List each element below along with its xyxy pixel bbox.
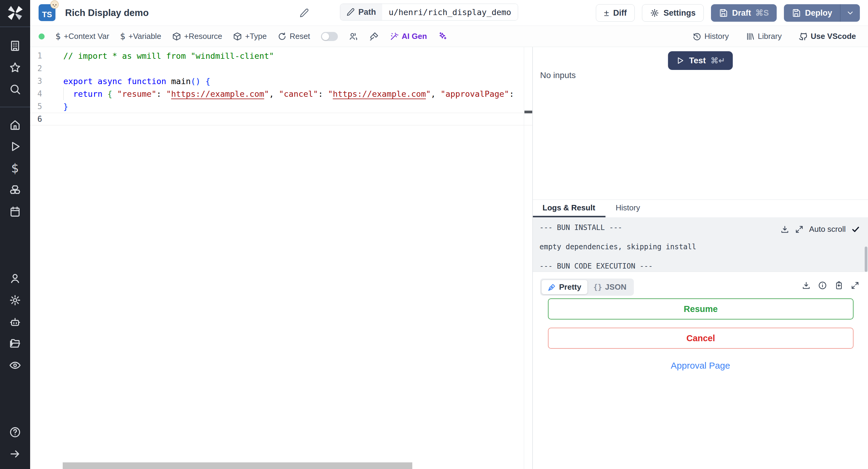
- diff-button[interactable]: ± Diff: [596, 4, 635, 22]
- sidebar-item-resources[interactable]: [0, 179, 30, 201]
- code-line: 3export async function main() {: [30, 75, 532, 87]
- code-token: "resume": [117, 89, 156, 99]
- approval-page-link[interactable]: Approval Page: [533, 361, 868, 371]
- code-text: export async function main() {: [63, 76, 210, 86]
- path-selector[interactable]: Path u/henri/rich_display_demo: [340, 4, 518, 21]
- sidebar-item-user[interactable]: [0, 268, 30, 289]
- clipboard-copy-icon[interactable]: [834, 281, 843, 290]
- editor-toolbar: $ +Context Var $ +Variable +Resource +Ty…: [30, 26, 868, 47]
- sidebar-item-audit[interactable]: [0, 354, 30, 376]
- logs-panel: --- BUN INSTALL --- empty dependencies, …: [533, 217, 868, 272]
- autoscroll-label: Auto scroll: [809, 224, 846, 234]
- code-editor[interactable]: 1// import * as wmill from "windmill-cli…: [30, 47, 532, 469]
- code-token: ,: [431, 89, 441, 99]
- format-code-brush-icon[interactable]: [369, 32, 379, 41]
- line-number: 2: [30, 64, 63, 73]
- sidebar-item-favorites[interactable]: [0, 57, 30, 79]
- line-number: 1: [30, 51, 63, 60]
- history-button[interactable]: History: [692, 32, 729, 41]
- draft-shortcut: ⌘S: [755, 8, 769, 18]
- sidebar-item-settings[interactable]: [0, 289, 30, 311]
- json-toggle[interactable]: {} JSON: [587, 280, 632, 294]
- draft-button[interactable]: Draft ⌘S: [711, 4, 777, 22]
- sidebar-item-search[interactable]: [0, 79, 30, 100]
- use-vscode-button[interactable]: Use VScode: [799, 32, 856, 41]
- ai-gen-button[interactable]: AI Gen: [390, 32, 427, 41]
- code-token: }: [63, 102, 68, 111]
- add-context-var-button[interactable]: $ +Context Var: [56, 31, 109, 41]
- code-token: function: [127, 76, 166, 86]
- header: TS Rich Display demo Path u/henri/rich_d…: [30, 0, 868, 26]
- windmill-app: $: [0, 0, 868, 469]
- code-token: :: [156, 89, 166, 99]
- editor-horizontal-scrollbar[interactable]: [63, 462, 412, 469]
- library-button[interactable]: Library: [746, 32, 781, 41]
- add-type-button[interactable]: +Type: [233, 32, 267, 41]
- sidebar-item-variables[interactable]: $: [0, 157, 30, 179]
- code-line: 2: [30, 62, 532, 75]
- sidebar-item-runs[interactable]: [0, 136, 30, 157]
- package-icon: [172, 32, 181, 41]
- log-line: empty dependencies, skipping install: [539, 243, 696, 251]
- editor-overview-ruler[interactable]: [524, 47, 532, 469]
- robot-icon: [9, 316, 21, 328]
- deploy-more-button[interactable]: [841, 4, 860, 22]
- chevron-down-icon: [846, 9, 855, 17]
- code-token: ": [166, 89, 171, 99]
- line-number: 6: [30, 115, 63, 124]
- tab-logs-result[interactable]: Logs & Result: [533, 200, 606, 217]
- user-icon: [9, 273, 21, 285]
- expand-icon[interactable]: [850, 281, 860, 290]
- play-icon: [676, 56, 684, 65]
- multiplayer-toggle[interactable]: [321, 32, 338, 41]
- expand-icon[interactable]: [795, 225, 804, 234]
- no-inputs-label: No inputs: [540, 70, 576, 80]
- sidebar-item-workspace[interactable]: [0, 35, 30, 57]
- sidebar-item-help[interactable]: [0, 421, 30, 443]
- code-token: {: [107, 89, 112, 99]
- sidebar-item-folders[interactable]: [0, 333, 30, 354]
- log-line: --- BUN INSTALL ---: [539, 223, 622, 232]
- code-text: }: [63, 102, 68, 111]
- star-icon: [9, 61, 21, 73]
- home-icon: [9, 119, 21, 131]
- download-icon[interactable]: [780, 225, 789, 234]
- multiplayer-users-icon[interactable]: [349, 32, 358, 41]
- code-token: https://example.com: [333, 89, 426, 99]
- dollar-icon: $: [11, 161, 19, 175]
- history-icon: [692, 32, 701, 41]
- library-icon: [746, 32, 755, 41]
- add-variable-button[interactable]: $ +Variable: [120, 31, 161, 41]
- building-icon: [9, 40, 21, 52]
- edit-title-button[interactable]: [296, 4, 313, 22]
- sparkles-icon[interactable]: [438, 32, 447, 41]
- code-token: :: [318, 89, 328, 99]
- sidebar-item-workers[interactable]: [0, 311, 30, 333]
- sidebar-item-collapse[interactable]: [0, 443, 30, 465]
- pretty-toggle[interactable]: Pretty: [541, 280, 587, 294]
- info-icon[interactable]: [818, 281, 827, 290]
- windmill-logo[interactable]: [6, 4, 24, 22]
- download-icon[interactable]: [802, 281, 811, 290]
- reset-button[interactable]: Reset: [278, 32, 310, 41]
- deploy-button[interactable]: Deploy: [784, 4, 840, 22]
- logs-vertical-scrollbar[interactable]: [865, 247, 867, 272]
- sidebar-item-home[interactable]: [0, 114, 30, 136]
- save-icon: [719, 8, 728, 18]
- code-line: 4 return { "resume": "https://example.co…: [30, 87, 532, 100]
- test-button[interactable]: Test ⌘↵: [668, 51, 733, 70]
- sidebar-item-schedules[interactable]: [0, 201, 30, 222]
- add-resource-button[interactable]: +Resource: [172, 32, 222, 41]
- cancel-button[interactable]: Cancel: [548, 327, 854, 349]
- path-label: Path: [358, 7, 376, 17]
- inputs-section: Test ⌘↵ No inputs: [533, 47, 868, 200]
- check-icon[interactable]: [851, 225, 860, 234]
- code-token: return: [73, 89, 103, 99]
- code-token: [63, 89, 73, 99]
- settings-button[interactable]: Settings: [642, 4, 704, 22]
- package-icon: [233, 32, 242, 41]
- pencil-icon: [346, 8, 355, 16]
- tab-history[interactable]: History: [606, 200, 650, 217]
- resume-button[interactable]: Resume: [548, 299, 854, 319]
- code-token: ": [328, 89, 333, 99]
